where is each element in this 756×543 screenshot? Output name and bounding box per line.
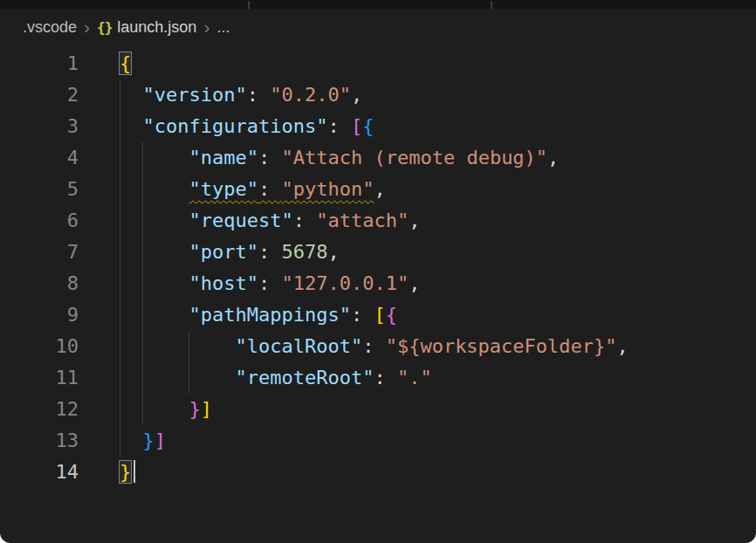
line-number[interactable]: 14 xyxy=(0,457,79,488)
line-number[interactable]: 9 xyxy=(0,299,79,331)
code-token: : xyxy=(374,367,397,388)
breadcrumb-file[interactable]: launch.json xyxy=(117,18,196,37)
code-line[interactable]: 8 "host": "127.0.0.1", xyxy=(0,268,756,299)
indent-guide-line xyxy=(142,237,143,268)
code-token xyxy=(120,272,189,294)
indent-guide-line xyxy=(142,394,143,425)
code-token: "version" xyxy=(143,84,247,106)
code-line[interactable]: 5 "type": "python", xyxy=(0,174,756,205)
code-token: "python" xyxy=(281,178,374,200)
line-number[interactable]: 4 xyxy=(0,142,79,174)
line-number[interactable]: 6 xyxy=(0,205,79,237)
breadcrumb-folder[interactable]: .vscode xyxy=(23,18,77,37)
code-content: "type": "python", xyxy=(79,174,386,205)
editor[interactable]: 1{2 "version": "0.2.0",3 "configurations… xyxy=(0,45,756,488)
code-line[interactable]: 7 "port": 5678, xyxy=(0,237,756,268)
indent-guide-line xyxy=(142,174,143,205)
breadcrumb: .vscode › {} launch.json › ... xyxy=(0,9,756,45)
indent-guide-line xyxy=(120,79,120,111)
code-token: { xyxy=(120,52,131,74)
code-content: "host": "127.0.0.1", xyxy=(79,268,420,299)
indent-guide-line xyxy=(142,299,143,331)
code-content: "request": "attach", xyxy=(79,205,420,237)
code-token: , xyxy=(617,335,629,357)
code-token: { xyxy=(362,115,374,137)
code-token: [ xyxy=(351,115,362,137)
code-token: , xyxy=(409,272,420,294)
json-braces-icon: {} xyxy=(97,19,112,36)
code-line[interactable]: 13 }] xyxy=(0,425,756,457)
indent-guide-line xyxy=(120,142,120,174)
code-content: "version": "0.2.0", xyxy=(79,79,362,111)
code-token: ] xyxy=(155,430,166,451)
code-token: 5678 xyxy=(281,241,327,263)
code-token: : xyxy=(327,115,351,137)
code-token: , xyxy=(374,178,385,200)
indent-guide-line xyxy=(120,174,120,205)
indent-guide-line xyxy=(120,268,120,299)
code-token: : xyxy=(258,178,282,200)
indent-guide-line xyxy=(142,205,143,237)
line-number[interactable]: 3 xyxy=(0,111,79,142)
line-number[interactable]: 13 xyxy=(0,425,79,457)
code-line[interactable]: 9 "pathMappings": [{ xyxy=(0,299,756,331)
code-token: "localRoot" xyxy=(235,335,362,357)
line-number[interactable]: 11 xyxy=(0,362,79,394)
indent-guide-line xyxy=(120,111,120,142)
code-token: "remoteRoot" xyxy=(235,367,374,388)
code-line[interactable]: 12 }] xyxy=(0,394,756,425)
code-token xyxy=(120,147,189,168)
tab-separator xyxy=(491,1,492,9)
code-token: ] xyxy=(201,398,212,420)
indent-guide-line xyxy=(120,205,120,237)
code-content: }] xyxy=(79,425,166,457)
code-token: "127.0.0.1" xyxy=(281,272,409,294)
code-token: : xyxy=(258,272,282,294)
indent-guide-line xyxy=(120,299,120,331)
code-content: "remoteRoot": "." xyxy=(79,362,432,394)
code-token: "host" xyxy=(189,272,258,294)
code-token: , xyxy=(547,147,559,168)
code-token: : xyxy=(293,210,317,231)
indent-guide-line xyxy=(142,362,143,394)
tab-separator xyxy=(248,1,250,9)
code-line[interactable]: 2 "version": "0.2.0", xyxy=(0,79,756,111)
code-token: : xyxy=(362,335,386,357)
code-line[interactable]: 14} xyxy=(0,457,756,488)
code-content: "configurations": [{ xyxy=(79,111,374,142)
code-token: [ xyxy=(374,304,385,326)
indent-guide-line xyxy=(189,362,189,394)
code-content: "pathMappings": [{ xyxy=(79,299,397,331)
indent-guide-line xyxy=(142,268,143,299)
chevron-right-icon: › xyxy=(84,17,90,36)
line-number[interactable]: 12 xyxy=(0,394,79,425)
line-number[interactable]: 7 xyxy=(0,237,79,268)
line-number[interactable]: 10 xyxy=(0,331,79,362)
code-token xyxy=(120,367,235,388)
code-line[interactable]: 4 "name": "Attach (remote debug)", xyxy=(0,142,756,174)
line-number[interactable]: 8 xyxy=(0,268,79,299)
code-token xyxy=(120,84,143,106)
code-token: "." xyxy=(397,367,432,388)
line-number[interactable]: 5 xyxy=(0,174,79,205)
code-token: } xyxy=(189,398,200,420)
indent-guide-line xyxy=(189,331,189,362)
line-number[interactable]: 2 xyxy=(0,79,79,111)
code-token xyxy=(120,241,189,263)
code-line[interactable]: 3 "configurations": [{ xyxy=(0,111,756,142)
code-content: }] xyxy=(79,394,212,425)
code-token: "0.2.0" xyxy=(270,84,351,106)
code-line[interactable]: 1{ xyxy=(0,48,756,79)
code-line[interactable]: 11 "remoteRoot": "." xyxy=(0,362,756,394)
indent-guide-line xyxy=(120,237,120,268)
code-token: } xyxy=(120,461,131,483)
line-number[interactable]: 1 xyxy=(0,48,79,79)
code-token: : xyxy=(247,84,271,106)
indent-guide-line xyxy=(120,362,120,394)
breadcrumb-symbol-ellipsis[interactable]: ... xyxy=(216,18,230,37)
code-content: { xyxy=(79,48,131,79)
code-line[interactable]: 6 "request": "attach", xyxy=(0,205,756,237)
code-line[interactable]: 10 "localRoot": "${workspaceFolder}", xyxy=(0,331,756,362)
indent-guide-line xyxy=(120,425,120,457)
code-content: "port": 5678, xyxy=(79,237,340,268)
